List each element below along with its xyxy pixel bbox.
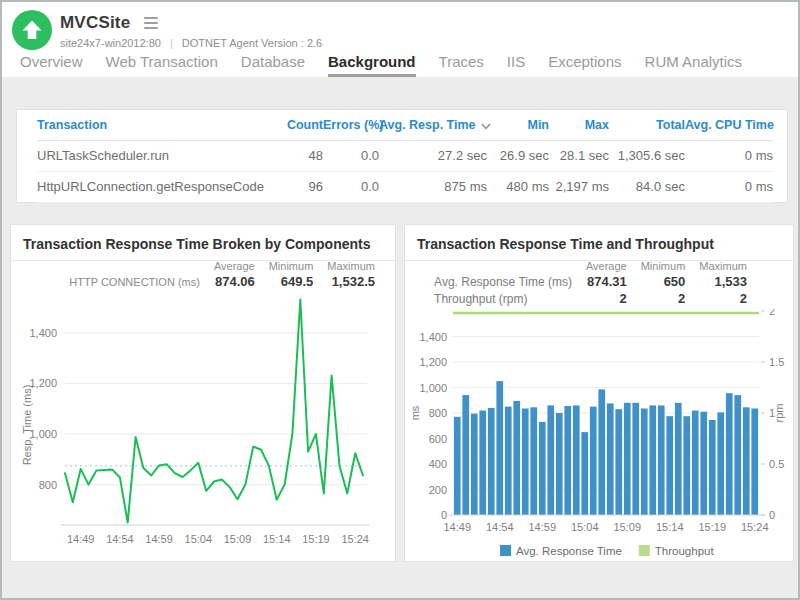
x-axis-tick: 15:09 [224, 533, 252, 545]
response-time-line-chart: 8001,0001,2001,40014:4914:5414:5915:0415… [11, 295, 397, 557]
stat-value: 1,532.5 [313, 273, 375, 290]
y-axis-tick-ms: 0 [441, 509, 447, 521]
stat-header-average: Average [572, 258, 627, 273]
col-header-max[interactable]: Max [549, 110, 609, 140]
stat-value: 2 [685, 290, 747, 307]
y-axis-tick-ms: 200 [429, 484, 447, 496]
y-axis-tick-ms: 1,200 [419, 356, 447, 368]
y-axis-tick-ms: 800 [429, 407, 447, 419]
x-axis-tick: 14:49 [443, 521, 471, 533]
response-time-bar [649, 405, 656, 515]
x-axis-tick: 15:09 [613, 521, 641, 533]
divider: | [170, 37, 173, 49]
chart-summary-stats: AverageMinimumMaximumHTTP CONNECTION (ms… [69, 258, 375, 290]
tab-database[interactable]: Database [241, 53, 305, 77]
hamburger-icon[interactable] [142, 15, 160, 31]
col-header-errors[interactable]: Errors (%) [323, 110, 379, 140]
response-time-bar [556, 413, 563, 515]
response-time-bar [709, 420, 716, 515]
transactions-table: TransactionCountErrors (%)Avg. Resp. Tim… [37, 110, 773, 203]
col-header-avg-cpu-time[interactable]: Avg. CPU Time [685, 110, 773, 140]
response-time-bar [751, 409, 758, 516]
chevron-down-icon [481, 123, 491, 130]
tab-traces[interactable]: Traces [439, 53, 484, 77]
agent-version-label: DOTNET Agent Version : 2.6 [182, 37, 322, 49]
series-label: Throughput (rpm) [434, 290, 572, 307]
transaction-name[interactable]: URLTaskScheduler.run [37, 140, 277, 171]
response-time-bar [590, 407, 597, 515]
tab-rum-analytics[interactable]: RUM Analytics [645, 53, 743, 77]
series-label: HTTP CONNECTION (ms) [69, 273, 200, 290]
y-axis-tick-ms: 1,000 [419, 382, 447, 394]
stat-header-maximum: Maximum [685, 258, 747, 273]
stat-value: 649.5 [255, 273, 314, 290]
response-time-bar [513, 401, 520, 515]
x-axis-tick: 15:04 [185, 533, 213, 545]
y-axis-tick-ms: 400 [429, 458, 447, 470]
response-time-bar [488, 408, 495, 515]
component-response-chart-card: Transaction Response Time Broken by Comp… [10, 224, 396, 562]
stat-header-minimum: Minimum [627, 258, 686, 273]
response-time-bar [462, 395, 469, 515]
stat-value: 650 [627, 273, 686, 290]
response-time-bar [632, 403, 639, 515]
legend-label: Throughput [655, 545, 715, 557]
response-time-bar [598, 389, 605, 515]
x-axis-tick: 15:19 [302, 533, 330, 545]
response-time-bar [641, 409, 648, 516]
x-axis-tick: 15:24 [741, 521, 769, 533]
tab-iis[interactable]: IIS [507, 53, 525, 77]
y-axis-tick-rpm: 0.5 [769, 458, 784, 470]
y-axis-tick-rpm: 2 [769, 309, 775, 317]
tab-exceptions[interactable]: Exceptions [548, 53, 621, 77]
table-row[interactable]: HttpURLConnection.getResponseCode960.087… [37, 171, 773, 202]
col-header-count[interactable]: Count [277, 110, 323, 140]
response-time-bar [675, 403, 682, 515]
col-header-transaction[interactable]: Transaction [37, 110, 277, 140]
tab-overview[interactable]: Overview [20, 53, 83, 77]
y-axis-tick-rpm: 1.5 [769, 356, 784, 368]
col-header-avg-resp-time[interactable]: Avg. Resp. Time [379, 110, 487, 140]
response-time-bar [479, 411, 486, 516]
cell-errors: 0.0 [323, 140, 379, 171]
y-axis-tick-ms: 600 [429, 433, 447, 445]
table-row[interactable]: URLTaskScheduler.run480.027.2 sec26.9 se… [37, 140, 773, 171]
response-time-bar [666, 416, 673, 515]
tab-web-transaction[interactable]: Web Transaction [106, 53, 218, 77]
response-time-bar [581, 432, 588, 515]
x-axis-tick: 15:04 [571, 521, 599, 533]
cell-count: 96 [277, 171, 323, 202]
transaction-name[interactable]: HttpURLConnection.getResponseCode [37, 171, 277, 202]
y-axis-tick: 1,400 [29, 327, 57, 339]
response-time-bar [615, 409, 622, 515]
x-axis-tick: 15:14 [263, 533, 291, 545]
response-time-bar [539, 422, 546, 515]
cell-max: 2,197 ms [549, 171, 609, 202]
legend-swatch-throughput [639, 545, 650, 556]
response-time-bar [496, 381, 503, 515]
col-header-min[interactable]: Min [487, 110, 549, 140]
y-axis-label-ms: ms [409, 405, 421, 420]
response-time-bar [564, 406, 571, 515]
chart-title: Transaction Response Time and Throughput [405, 225, 793, 261]
x-axis-tick: 15:14 [656, 521, 684, 533]
response-throughput-bar-chart: 02004006008001,0001,2001,40000.511.5214:… [405, 309, 795, 563]
legend-swatch-avg-response-time [500, 545, 511, 556]
tab-background[interactable]: Background [328, 53, 416, 77]
response-time-bar [522, 409, 529, 516]
series-label: Avg. Response Time (ms) [434, 273, 572, 290]
response-time-bar [607, 403, 614, 515]
chart-title: Transaction Response Time Broken by Comp… [11, 225, 395, 261]
cell-max: 28.1 sec [549, 140, 609, 171]
cell-min: 26.9 sec [487, 140, 549, 171]
cell-min: 480 ms [487, 171, 549, 202]
x-axis-tick: 14:54 [106, 533, 134, 545]
response-time-bar [683, 416, 690, 515]
y-axis-tick-rpm: 0 [769, 509, 775, 521]
cell-count: 48 [277, 140, 323, 171]
x-axis-tick: 14:59 [528, 521, 556, 533]
stat-header-minimum: Minimum [255, 258, 314, 273]
col-header-total[interactable]: Total [609, 110, 685, 140]
response-time-bar [530, 407, 537, 515]
cell-avg-resp-time: 27.2 sec [379, 140, 487, 171]
